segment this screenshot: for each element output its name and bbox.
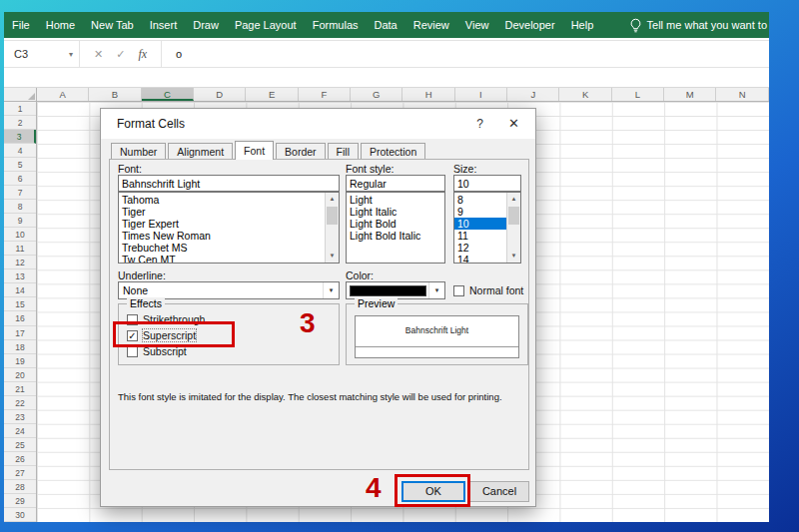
row-header-14[interactable]: 14 <box>4 283 36 297</box>
row-header-3[interactable]: 3 <box>4 130 36 144</box>
row-header-27[interactable]: 27 <box>4 466 36 480</box>
ribbon-tab-insert[interactable]: Insert <box>142 12 186 38</box>
row-header-10[interactable]: 10 <box>4 228 36 242</box>
size-item-10[interactable]: 10 <box>454 218 506 230</box>
size-item-14[interactable]: 14 <box>454 254 506 264</box>
ribbon-tab-draw[interactable]: Draw <box>185 12 227 38</box>
row-header-16[interactable]: 16 <box>4 311 36 325</box>
scroll-down-icon[interactable]: ▼ <box>326 250 339 263</box>
font-item-tiger[interactable]: Tiger <box>119 206 325 218</box>
cancel-button[interactable]: Cancel <box>469 481 529 502</box>
column-header-e[interactable]: E <box>246 88 298 101</box>
row-header-19[interactable]: 19 <box>4 354 36 368</box>
row-header-12[interactable]: 12 <box>4 256 36 269</box>
column-header-h[interactable]: H <box>402 88 454 101</box>
size-item-9[interactable]: 9 <box>454 206 506 218</box>
column-header-j[interactable]: J <box>507 88 559 101</box>
font-style-input[interactable]: Regular <box>346 175 445 192</box>
row-header-2[interactable]: 2 <box>4 116 36 130</box>
size-input[interactable]: 10 <box>453 175 521 192</box>
column-header-m[interactable]: M <box>664 88 716 101</box>
column-header-i[interactable]: I <box>455 88 507 101</box>
scroll-up-icon[interactable]: ▲ <box>507 193 520 206</box>
style-item-light-bold[interactable]: Light Bold <box>347 218 444 230</box>
ribbon-tab-developer[interactable]: Developer <box>496 12 562 38</box>
size-list[interactable]: 8910111214 ▲ ▼ <box>453 192 521 264</box>
chevron-down-icon[interactable]: ▾ <box>428 282 444 298</box>
dialog-close-icon[interactable]: ✕ <box>508 116 519 131</box>
row-header-17[interactable]: 17 <box>4 326 36 340</box>
size-list-scrollbar[interactable]: ▲ ▼ <box>506 193 520 263</box>
ribbon-tab-home[interactable]: Home <box>38 12 83 38</box>
ribbon-tab-help[interactable]: Help <box>563 12 602 38</box>
row-header-6[interactable]: 6 <box>4 172 36 186</box>
font-item-trebuchet-ms[interactable]: Trebuchet MS <box>119 242 325 254</box>
dialog-tab-protection[interactable]: Protection <box>361 143 425 159</box>
font-style-list[interactable]: LightLight ItalicLight BoldLight Bold It… <box>346 192 445 264</box>
normal-font-row[interactable]: Normal font <box>453 284 523 296</box>
column-header-b[interactable]: B <box>89 88 141 101</box>
dialog-titlebar[interactable]: Format Cells ? ✕ <box>101 109 535 139</box>
row-header-22[interactable]: 22 <box>4 396 36 410</box>
scroll-thumb[interactable] <box>327 207 338 225</box>
font-item-tiger-expert[interactable]: Tiger Expert <box>119 218 325 230</box>
ribbon-tab-page-layout[interactable]: Page Layout <box>227 12 305 38</box>
font-list[interactable]: TahomaTigerTiger ExpertTimes New RomanTr… <box>118 192 340 264</box>
column-header-l[interactable]: L <box>612 88 664 101</box>
ribbon-tab-review[interactable]: Review <box>405 12 457 38</box>
ribbon-tab-new-tab[interactable]: New Tab <box>83 12 142 38</box>
formula-input[interactable]: o <box>162 41 769 67</box>
row-header-7[interactable]: 7 <box>4 186 36 200</box>
insert-function-icon[interactable]: fx <box>138 47 147 62</box>
size-item-8[interactable]: 8 <box>454 194 506 206</box>
dialog-tab-fill[interactable]: Fill <box>328 143 359 159</box>
column-header-c[interactable]: C <box>142 88 194 101</box>
size-item-11[interactable]: 11 <box>454 230 506 242</box>
dialog-help-icon[interactable]: ? <box>476 117 483 131</box>
ribbon-tab-formulas[interactable]: Formulas <box>305 12 367 38</box>
column-header-n[interactable]: N <box>716 88 768 101</box>
font-list-scrollbar[interactable]: ▲ ▼ <box>325 193 339 263</box>
row-header-1[interactable]: 1 <box>4 102 36 116</box>
font-item-tahoma[interactable]: Tahoma <box>119 194 325 206</box>
checkbox-normal-font[interactable] <box>453 285 464 296</box>
style-item-light-bold-italic[interactable]: Light Bold Italic <box>347 230 444 242</box>
row-header-4[interactable]: 4 <box>4 144 36 158</box>
column-header-a[interactable]: A <box>37 88 89 101</box>
row-header-18[interactable]: 18 <box>4 340 36 354</box>
row-header-8[interactable]: 8 <box>4 200 36 214</box>
column-header-g[interactable]: G <box>351 88 402 101</box>
ribbon-tab-view[interactable]: View <box>457 12 497 38</box>
font-item-tw-cen-mt[interactable]: Tw Cen MT <box>119 254 325 264</box>
chevron-down-icon[interactable]: ▾ <box>323 282 339 298</box>
column-header-f[interactable]: F <box>299 88 351 101</box>
row-header-28[interactable]: 28 <box>4 480 36 494</box>
dialog-tab-number[interactable]: Number <box>111 143 166 159</box>
column-header-k[interactable]: K <box>559 88 611 101</box>
tell-me[interactable]: Tell me what you want to <box>629 18 769 33</box>
row-header-13[interactable]: 13 <box>4 269 36 283</box>
checkbox-subscript[interactable] <box>127 346 138 357</box>
ribbon-tab-data[interactable]: Data <box>367 12 405 38</box>
scroll-thumb[interactable] <box>508 207 519 225</box>
enter-entry-icon[interactable]: ✓ <box>116 48 125 61</box>
row-header-5[interactable]: 5 <box>4 158 36 172</box>
dialog-tab-font[interactable]: Font <box>235 141 274 160</box>
scroll-up-icon[interactable]: ▲ <box>326 193 339 206</box>
style-item-light-italic[interactable]: Light Italic <box>347 206 444 218</box>
font-item-times-new-roman[interactable]: Times New Roman <box>119 230 325 242</box>
row-header-9[interactable]: 9 <box>4 214 36 228</box>
row-header-29[interactable]: 29 <box>4 494 36 508</box>
font-input[interactable]: Bahnschrift Light <box>118 175 340 192</box>
row-header-15[interactable]: 15 <box>4 297 36 311</box>
dialog-tab-alignment[interactable]: Alignment <box>168 143 233 159</box>
scroll-down-icon[interactable]: ▼ <box>507 250 520 263</box>
name-box-dropdown-icon[interactable]: ▾ <box>63 50 79 59</box>
style-item-light[interactable]: Light <box>347 194 444 206</box>
ribbon-tab-file[interactable]: File <box>4 12 38 38</box>
row-header-20[interactable]: 20 <box>4 368 36 382</box>
select-all-corner[interactable] <box>4 88 37 102</box>
row-header-24[interactable]: 24 <box>4 424 36 438</box>
row-header-30[interactable]: 30 <box>4 508 36 522</box>
cancel-entry-icon[interactable]: ✕ <box>94 48 103 61</box>
